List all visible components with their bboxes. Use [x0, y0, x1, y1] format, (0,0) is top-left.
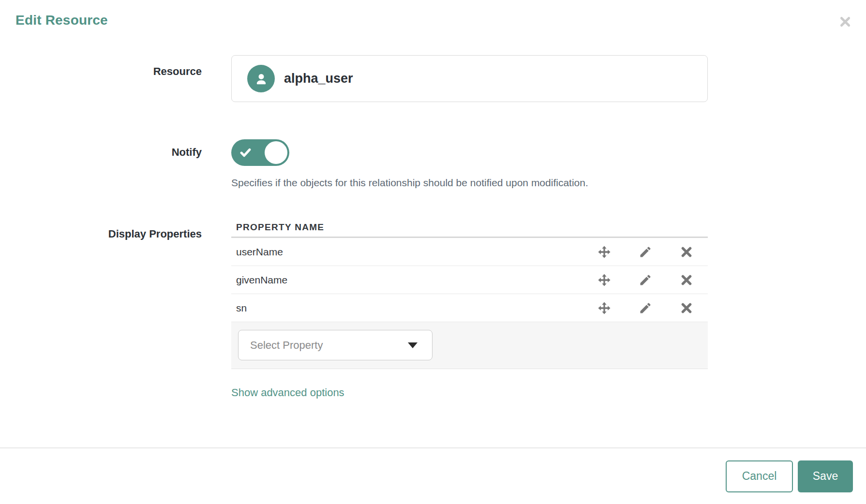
edit-resource-modal: Edit Resource Resource alpha_user: [0, 0, 866, 504]
properties-table: PROPERTY NAME userName: [231, 222, 708, 369]
add-property-row: Select Property: [231, 322, 708, 369]
modal-header: Edit Resource: [0, 0, 866, 28]
pencil-icon[interactable]: [639, 301, 652, 315]
resource-label: Resource: [0, 55, 202, 102]
move-icon[interactable]: [597, 273, 611, 287]
notify-label: Notify: [0, 139, 202, 191]
table-row: givenName: [231, 266, 708, 294]
x-icon[interactable]: [680, 273, 693, 287]
close-icon[interactable]: [838, 15, 852, 29]
property-name-column-header: PROPERTY NAME: [231, 222, 708, 238]
move-icon[interactable]: [597, 301, 611, 315]
pencil-icon[interactable]: [639, 273, 652, 287]
display-properties-label: Display Properties: [0, 222, 202, 399]
notify-toggle[interactable]: [231, 139, 289, 166]
modal-footer: Cancel Save: [0, 447, 866, 504]
notify-row: Notify Specifies if the objects for this…: [0, 139, 866, 191]
show-advanced-options-link[interactable]: Show advanced options: [231, 386, 344, 399]
save-button[interactable]: Save: [798, 460, 853, 492]
caret-down-icon: [408, 342, 418, 348]
x-icon[interactable]: [680, 301, 693, 315]
resource-field: alpha_user: [231, 55, 708, 102]
page-title: Edit Resource: [15, 13, 851, 28]
property-name: sn: [231, 302, 597, 314]
resource-value: alpha_user: [284, 71, 353, 86]
user-avatar-icon: [247, 65, 275, 92]
check-icon: [239, 146, 252, 159]
toggle-knob: [265, 141, 287, 164]
display-properties-row: Display Properties PROPERTY NAME userNam…: [0, 222, 866, 399]
pencil-icon[interactable]: [639, 245, 652, 259]
move-icon[interactable]: [597, 245, 611, 259]
modal-body: Resource alpha_user Notify: [0, 28, 866, 447]
select-property-dropdown[interactable]: Select Property: [238, 330, 433, 360]
select-property-placeholder: Select Property: [250, 339, 323, 352]
resource-row: Resource alpha_user: [0, 55, 866, 102]
cancel-button[interactable]: Cancel: [726, 460, 793, 492]
table-row: sn: [231, 294, 708, 322]
table-row: userName: [231, 238, 708, 266]
x-icon[interactable]: [680, 245, 693, 259]
property-name: givenName: [231, 274, 597, 286]
notify-description: Specifies if the objects for this relati…: [231, 175, 592, 191]
property-name: userName: [231, 246, 597, 258]
